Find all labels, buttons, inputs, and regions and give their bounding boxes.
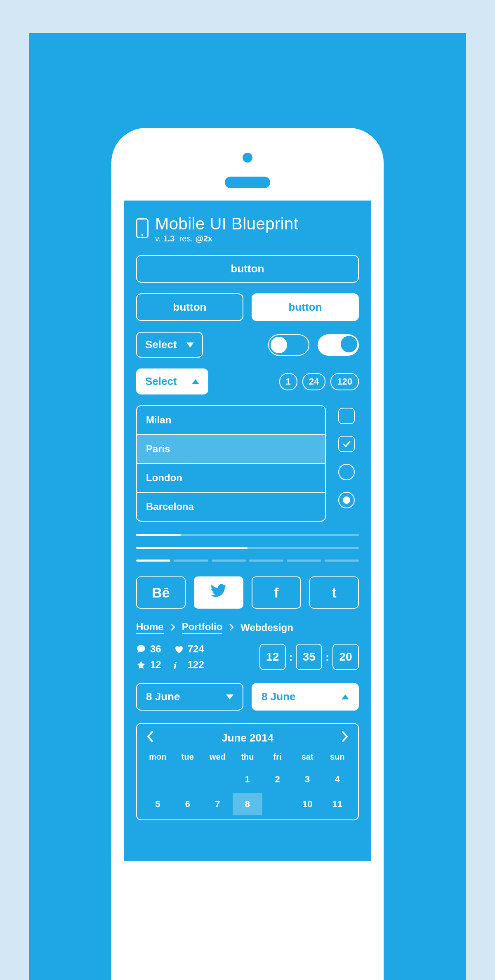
cal-day-5[interactable]: 5 [143,793,173,815]
calendar-grid: mon tue wed thu fri sat sun 1 2 3 4 [143,752,352,815]
dow-wed: wed [203,752,233,766]
breadcrumb-sep-icon [229,622,234,633]
radio-unselected[interactable] [338,464,355,480]
cal-day-11[interactable]: 11 [322,793,352,815]
count-badge-2: 24 [302,373,325,390]
count-badge-3: 120 [330,373,359,390]
time-hours[interactable]: 12 [259,644,286,670]
phone-screen: Mobile UI Blueprint v. 1.3 res. @2x butt… [124,201,371,861]
cal-day-2[interactable]: 2 [262,768,292,791]
cal-day-1[interactable]: 1 [233,768,263,791]
cal-day-6[interactable]: 6 [173,793,203,815]
info-icon: i [174,660,184,670]
toggle-off[interactable] [268,334,309,356]
cal-day-10[interactable]: 10 [292,793,323,815]
breadcrumb-home[interactable]: Home [136,621,164,634]
progress-bar-1[interactable] [136,534,359,536]
select-label: Select [145,338,177,351]
date-label: 8 June [262,690,295,703]
breadcrumb-sep-icon [170,622,175,633]
twitter-icon [210,584,227,601]
time-minutes[interactable]: 35 [296,644,322,670]
behance-button[interactable]: Bē [136,576,186,609]
cal-day-4[interactable]: 4 [322,768,352,791]
cal-day-7[interactable]: 7 [203,793,233,815]
radio-selected[interactable] [338,492,355,508]
cal-day-8-selected[interactable]: 8 [233,793,263,815]
dropdown-option-paris[interactable]: Paris [137,435,325,464]
dow-thu: thu [233,752,263,766]
phone-speaker-slit [225,177,270,188]
progress-bar-2[interactable] [136,547,359,549]
twitter-button[interactable] [194,576,243,609]
checkbox-checked[interactable] [338,436,355,452]
secondary-button-filled[interactable]: button [252,293,359,321]
toggle-on[interactable] [318,334,359,356]
calendar-next[interactable] [342,731,348,745]
star-icon [136,660,146,670]
blueprint-canvas: Mobile UI Blueprint v. 1.3 res. @2x butt… [29,33,466,980]
primary-button[interactable]: button [136,255,359,283]
breadcrumb-portfolio[interactable]: Portfolio [182,621,223,634]
phone-speaker-area [124,140,371,201]
phone-frame: Mobile UI Blueprint v. 1.3 res. @2x butt… [111,128,384,980]
secondary-button-outline[interactable]: button [136,293,243,321]
facebook-button[interactable]: f [252,576,301,609]
dow-sun: sun [322,752,352,766]
dow-sat: sat [292,752,323,766]
tumblr-button[interactable]: t [309,576,359,609]
dow-tue: tue [173,752,203,766]
comment-icon [136,644,146,654]
breadcrumb: Home Portfolio Webdesign [136,621,359,634]
phone-icon [136,218,148,240]
cal-day-blank [143,768,173,791]
chevron-up-icon [342,694,349,699]
date-select-filled[interactable]: 8 June [252,683,359,711]
heart-icon [174,644,184,654]
checkbox-unchecked[interactable] [338,408,355,424]
select-open[interactable]: Select [136,368,208,394]
cal-day-blank [203,768,233,791]
time-display: 12 : 35 : 20 [259,644,359,670]
calendar: June 2014 mon tue wed thu fri sat sun [136,723,359,820]
stat-likes: 724 [174,643,204,655]
page-background: Mobile UI Blueprint v. 1.3 res. @2x butt… [0,0,495,980]
dropdown-option-barcelona[interactable]: Barcelona [137,493,325,521]
cal-day-9[interactable] [262,793,292,815]
chevron-down-icon [226,694,233,699]
select-closed[interactable]: Select [136,332,203,358]
dropdown-option-london[interactable]: London [137,464,325,493]
cal-day-3[interactable]: 3 [292,768,323,791]
chevron-up-icon [192,379,199,384]
dropdown-option-milan[interactable]: Milan [137,406,325,435]
breadcrumb-current: Webdesign [240,622,293,633]
dow-fri: fri [262,752,292,766]
progress-segmented[interactable] [136,560,359,562]
stat-info: i 122 [174,659,204,671]
page-title: Mobile UI Blueprint [155,215,298,233]
stat-stars: 12 [136,659,161,671]
calendar-month: June 2014 [222,732,273,744]
count-badge-1: 1 [279,373,297,390]
header: Mobile UI Blueprint v. 1.3 res. @2x [136,215,359,243]
cal-day-blank [173,768,203,791]
stats-block: 36 724 12 i 122 [136,643,204,671]
phone-camera-dot [243,153,252,163]
stat-comments: 36 [136,643,161,655]
dow-mon: mon [143,752,173,766]
dropdown-options: Milan Paris London Barcelona [136,405,326,522]
time-seconds[interactable]: 20 [332,644,359,670]
date-select-outline[interactable]: 8 June [136,683,243,711]
svg-point-1 [141,234,144,236]
chevron-down-icon [186,342,194,347]
select-open-label: Select [145,375,177,388]
page-subtitle: v. 1.3 res. @2x [155,234,298,243]
progress-section [136,534,359,562]
date-label: 8 June [146,690,180,703]
calendar-prev[interactable] [147,731,153,745]
